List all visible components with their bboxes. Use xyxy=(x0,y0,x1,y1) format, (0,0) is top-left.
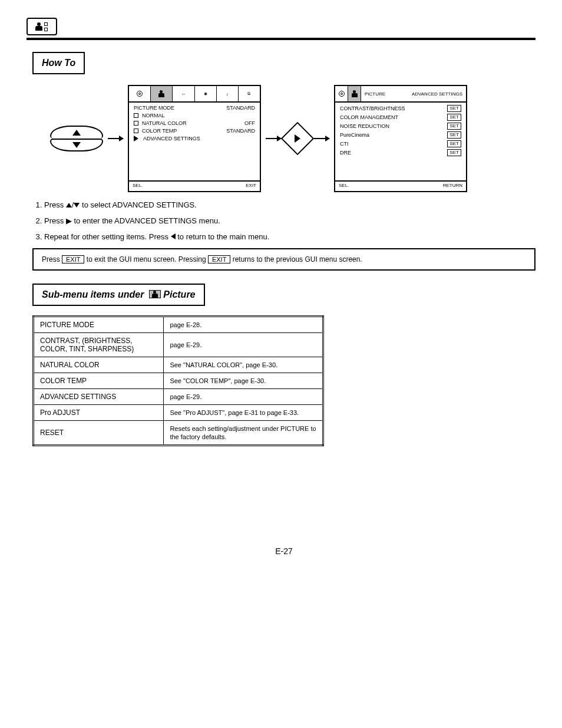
gear-icon xyxy=(137,91,143,97)
table-row: ADVANCED SETTINGS page E-29. xyxy=(34,389,323,405)
screen-tabs: PICTURE ADVANCED SETTINGS xyxy=(335,86,466,103)
submenu-ref: See "Pro ADJUST", page E-31 to page E-33… xyxy=(164,405,323,421)
submenu-ref: page E-28. xyxy=(164,317,323,333)
set-button[interactable]: SET xyxy=(447,105,461,112)
menu-label: NOISE REDUCTION xyxy=(340,123,444,129)
submenu-item: CONTRAST, (BRIGHTNESS, COLOR, TINT, SHAR… xyxy=(34,333,164,357)
set-button[interactable]: SET xyxy=(447,123,461,130)
menu-label: NORMAL xyxy=(142,113,165,118)
menu-label: CONTRAST/BRIGHTNESS xyxy=(340,106,444,111)
set-button[interactable]: SET xyxy=(447,114,461,121)
nav-right-button[interactable] xyxy=(281,122,315,156)
square-icon xyxy=(134,129,138,133)
screen-tabs: ▫▫ ◉ ♪ ⧉ xyxy=(129,86,260,103)
menu-label: DRE xyxy=(340,150,444,156)
square-icon xyxy=(134,121,138,126)
screen-title-left: PICTURE xyxy=(365,91,385,97)
square-icon xyxy=(44,22,48,26)
person-icon xyxy=(35,22,42,31)
square-icon xyxy=(44,28,48,31)
submenu-item: COLOR TEMP xyxy=(34,373,164,389)
menu-row: NORMAL xyxy=(134,113,255,118)
step-3: Repeat for other setting items. Press to… xyxy=(44,232,535,241)
tab-active xyxy=(348,86,361,101)
picture-badge xyxy=(149,290,161,298)
table-row: NATURAL COLOR See "NATURAL COLOR", page … xyxy=(34,357,323,373)
nav-up-button[interactable] xyxy=(50,126,103,139)
howto-diagram: ▫▫ ◉ ♪ ⧉ PICTURE MODESTANDARD NORMAL NAT… xyxy=(50,85,535,192)
exit-button-label: EXIT xyxy=(208,255,230,263)
submenu-title: Sub-menu items under Picture xyxy=(32,284,205,306)
arrow-icon xyxy=(266,138,281,139)
arrow-icon xyxy=(108,138,123,139)
screen-footer: SEL. EXIT xyxy=(129,180,260,191)
menu-row: DRESET xyxy=(340,149,461,156)
submenu-ref: page E-29. xyxy=(164,333,323,357)
menu-label: NATURAL COLOR xyxy=(142,120,241,126)
exit-note: Press EXIT to exit the GUI menu screen. … xyxy=(32,248,535,271)
footer-sel: SEL. xyxy=(339,183,349,190)
menu-value: STANDARD xyxy=(226,128,255,134)
header-rule xyxy=(27,38,535,40)
footer-sel: SEL. xyxy=(133,183,143,190)
menu-label: COLOR MANAGEMENT xyxy=(340,114,444,120)
chevron-right-icon xyxy=(295,134,300,143)
tab-title: PICTURE ADVANCED SETTINGS xyxy=(361,86,466,101)
person-icon xyxy=(352,90,358,97)
submenu-title-text: Sub-menu items under xyxy=(42,289,144,299)
menu-row: ADVANCED SETTINGS xyxy=(134,136,255,141)
submenu-ref: See "NATURAL COLOR", page E-30. xyxy=(164,357,323,373)
table-row: COLOR TEMP See "COLOR TEMP", page E-30. xyxy=(34,373,323,389)
menu-label: ADVANCED SETTINGS xyxy=(143,136,200,141)
menu-label: COLOR TEMP xyxy=(142,128,223,134)
up-down-control[interactable] xyxy=(50,126,103,151)
set-button[interactable]: SET xyxy=(447,131,461,139)
person-icon xyxy=(152,291,158,298)
howto-steps: Press / to select ADVANCED SETTINGS. Pre… xyxy=(32,200,535,241)
nav-down-button[interactable] xyxy=(50,139,103,151)
menu-value: OFF xyxy=(244,120,255,126)
submenu-title-tail: Picture xyxy=(163,289,195,299)
menu-label: PureCinema xyxy=(340,132,444,138)
submenu-ref: See "COLOR TEMP", page E-30. xyxy=(164,373,323,389)
tab xyxy=(129,86,151,101)
set-button[interactable]: SET xyxy=(447,149,461,156)
howto-title: How To xyxy=(32,52,85,74)
screen-picture-menu: ▫▫ ◉ ♪ ⧉ PICTURE MODESTANDARD NORMAL NAT… xyxy=(128,85,261,192)
submenu-item: NATURAL COLOR xyxy=(34,357,164,373)
table-row: CONTRAST, (BRIGHTNESS, COLOR, TINT, SHAR… xyxy=(34,333,323,357)
submenu-item: PICTURE MODE xyxy=(34,317,164,333)
menu-row: PICTURE MODESTANDARD xyxy=(134,105,255,111)
screen-body: CONTRAST/BRIGHTNESSSET COLOR MANAGEMENTS… xyxy=(335,103,466,180)
menu-row: COLOR TEMPSTANDARD xyxy=(134,128,255,134)
submenu-item: RESET xyxy=(34,421,164,446)
table-row: Pro ADJUST See "Pro ADJUST", page E-31 t… xyxy=(34,405,323,421)
tab: ⧉ xyxy=(239,86,260,101)
footer-return: RETURN xyxy=(443,183,462,190)
screen-footer: SEL. RETURN xyxy=(335,180,466,191)
menu-value: STANDARD xyxy=(226,105,255,111)
pointer-icon xyxy=(134,136,138,141)
screen-advanced-settings: PICTURE ADVANCED SETTINGS CONTRAST/BRIGH… xyxy=(334,85,467,192)
step-1: Press / to select ADVANCED SETTINGS. xyxy=(44,200,535,209)
page-number: E-27 xyxy=(32,546,535,556)
menu-row: CTISET xyxy=(340,140,461,147)
tab: ♪ xyxy=(217,86,239,101)
menu-row: COLOR MANAGEMENTSET xyxy=(340,114,461,121)
chevron-up-icon xyxy=(72,130,81,136)
set-button[interactable]: SET xyxy=(447,140,461,147)
tab-active xyxy=(151,86,173,101)
submenu-table: PICTURE MODE page E-28. CONTRAST, (BRIGH… xyxy=(32,315,324,446)
exit-button-label: EXIT xyxy=(62,255,84,263)
submenu-ref: Resets each setting/adjustment under PIC… xyxy=(164,421,323,446)
menu-label: CTI xyxy=(340,141,444,147)
submenu-item: Pro ADJUST xyxy=(34,405,164,421)
tab xyxy=(335,86,348,101)
screen-title-right: ADVANCED SETTINGS xyxy=(412,91,462,97)
menu-row: NATURAL COLOROFF xyxy=(134,120,255,126)
menu-row: PureCinemaSET xyxy=(340,131,461,139)
submenu-ref: page E-29. xyxy=(164,389,323,405)
chevron-down-icon xyxy=(74,203,80,207)
chevron-up-icon xyxy=(66,203,72,207)
table-row: RESET Resets each setting/adjustment und… xyxy=(34,421,323,446)
